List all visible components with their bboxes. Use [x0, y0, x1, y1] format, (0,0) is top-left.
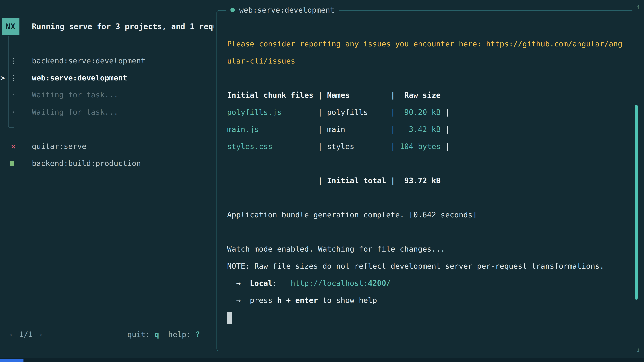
terminal-text: polyfills.js [227, 108, 282, 117]
terminal-text: Please consider reporting any issues you… [227, 39, 622, 48]
terminal-text: main.js [227, 125, 259, 134]
bottom-blue-bar [0, 359, 24, 362]
terminal-text: Initial chunk files | Names | Raw size [227, 91, 440, 99]
waiting-dot-icon: · [8, 104, 18, 121]
scroll-up-icon[interactable]: ↑ [633, 2, 643, 12]
bottom-strip [0, 358, 644, 362]
terminal-text: ular-cli/issues [227, 56, 295, 65]
terminal-text: → [227, 279, 250, 288]
terminal-line: Watch mode enabled. Watching for file ch… [227, 241, 622, 258]
task-label: web:serve:development [32, 69, 127, 86]
task-label: backend:serve:development [32, 52, 146, 69]
terminal-text: : [272, 279, 291, 288]
terminal-line: → Local: http://localhost:4200/ [227, 275, 622, 292]
terminal-text: | polyfills | [282, 108, 404, 117]
terminal-line: NOTE: Raw file sizes do not reflect deve… [227, 258, 622, 275]
terminal-cursor [227, 312, 232, 324]
selection-caret-icon: > [0, 69, 5, 86]
terminal-text: 90.20 kB [404, 108, 441, 117]
pager-prev-icon[interactable]: ← [10, 330, 19, 339]
terminal-line: | Initial total | 93.72 kB [227, 172, 622, 189]
success-square-icon [10, 161, 14, 166]
waiting-dot-icon: · [8, 86, 18, 103]
terminal-line: → press h + enter to show help [227, 292, 622, 309]
terminal-output: Please consider reporting any issues you… [227, 35, 622, 326]
task-label: Waiting for task... [32, 86, 118, 103]
terminal-text: | main | [259, 125, 409, 134]
hint-separator [159, 330, 168, 339]
nx-logo: NX [2, 18, 20, 35]
localhost-link[interactable]: / [386, 279, 390, 288]
scrollbar-thumb[interactable] [635, 105, 638, 300]
task-row-backend-serve[interactable]: ⋮ backend:serve:development [0, 52, 216, 69]
task-row-waiting-2[interactable]: · Waiting for task... [0, 104, 216, 121]
terminal-text: 104 bytes [400, 142, 441, 151]
spinner-icon: ⋮ [8, 69, 18, 86]
panel-title: web:serve:development [226, 4, 338, 15]
pager-label: 1/1 [19, 330, 33, 339]
terminal-line [227, 223, 622, 241]
terminal-line: Please consider reporting any issues you… [227, 35, 622, 52]
terminal-text: | [440, 125, 450, 134]
scroll-down-icon[interactable]: ↓ [633, 345, 643, 355]
terminal-line: Initial chunk files | Names | Raw size [227, 87, 622, 104]
sidebar-title: Running serve for 3 projects, and 1 requ [32, 18, 214, 35]
terminal-text: | Initial total | 93.72 kB [227, 176, 440, 185]
terminal-text: | styles | [272, 142, 400, 151]
pager-next-icon[interactable]: → [33, 330, 42, 339]
terminal-line: ular-cli/issues [227, 52, 622, 69]
localhost-link[interactable]: http://localhost: [291, 279, 368, 288]
running-dot-icon [230, 8, 235, 12]
terminal-text: h + enter [277, 296, 318, 305]
terminal-line: styles.css | styles | 104 bytes | [227, 138, 622, 155]
quit-key: q [155, 330, 159, 339]
panel-title-text: web:serve:development [239, 5, 334, 14]
localhost-link[interactable]: 4200 [368, 279, 386, 288]
terminal-line [227, 69, 622, 87]
terminal-text: NOTE: Raw file sizes do not reflect deve… [227, 262, 604, 271]
task-label: Waiting for task... [32, 104, 118, 121]
task-row-web-serve-selected[interactable]: > ⋮ web:serve:development [0, 69, 216, 86]
task-row-waiting-1[interactable]: · Waiting for task... [0, 86, 216, 103]
task-row-backend-build[interactable]: backend:build:production [0, 155, 216, 172]
terminal-text: | [440, 108, 450, 117]
terminal-line [227, 155, 622, 172]
task-label: guitar:serve [32, 138, 86, 155]
spinner-icon: ⋮ [8, 52, 18, 69]
terminal-line: Application bundle generation complete. … [227, 206, 622, 223]
terminal-text: 3.42 kB [409, 125, 441, 134]
help-hint-label: help: [168, 330, 196, 339]
pager: ← 1/1 → [10, 326, 42, 343]
terminal-text: Local [250, 279, 272, 288]
terminal-line [227, 189, 622, 206]
task-label: backend:build:production [32, 155, 141, 172]
help-key: ? [196, 330, 200, 339]
terminal-text: Watch mode enabled. Watching for file ch… [227, 245, 445, 253]
terminal-text: Application bundle generation complete. … [227, 210, 477, 219]
terminal-text: press [250, 296, 277, 305]
terminal-text: styles.css [227, 142, 272, 151]
terminal-text: | [440, 142, 450, 151]
terminal-text: → [227, 296, 250, 305]
terminal-line [227, 309, 622, 326]
failed-x-icon: × [8, 138, 18, 155]
task-row-guitar-serve[interactable]: × guitar:serve [0, 138, 216, 155]
terminal-line: polyfills.js | polyfills | 90.20 kB | [227, 104, 622, 121]
terminal-text: to show help [318, 296, 377, 305]
quit-hint-label: quit: [127, 330, 155, 339]
keyboard-hints: quit: q help: ? [127, 326, 200, 343]
terminal-line: main.js | main | 3.42 kB | [227, 121, 622, 138]
